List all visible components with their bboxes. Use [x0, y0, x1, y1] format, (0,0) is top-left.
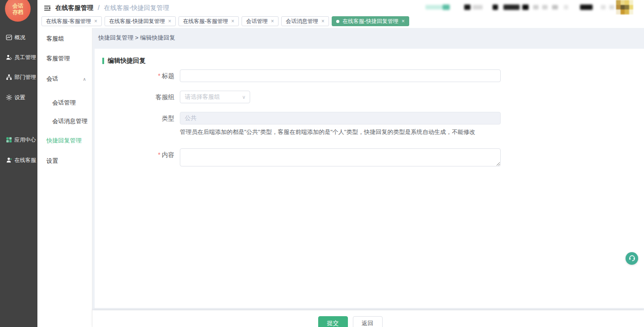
agent-group-select[interactable]: 请选择客服组 ∨: [180, 91, 250, 103]
form-action-bar: 提交 返回: [92, 310, 644, 327]
breadcrumb-current: 在线客服-快捷回复管理: [104, 4, 169, 11]
tab-close-icon[interactable]: ×: [402, 18, 405, 24]
menu-item-settings[interactable]: 设置: [37, 154, 92, 168]
redacted-item: [425, 5, 443, 9]
menu-item-sessions[interactable]: 会话 ∧: [37, 72, 92, 86]
edit-quick-reply-card: 编辑快捷回复 *标题 客服组 请选择客服组 ∨: [95, 49, 644, 308]
breadcrumb-root[interactable]: 在线客服管理: [55, 4, 93, 11]
employees-icon: [6, 54, 12, 60]
content-label: *内容: [95, 148, 180, 168]
app-logo[interactable]: 会话 存档: [5, 0, 31, 22]
active-tab-dot: [336, 20, 339, 23]
sidebar-item-online-service[interactable]: 在线客服: [0, 153, 37, 167]
redacted-item: [443, 5, 450, 10]
sidebar-item-label: 设置: [14, 94, 25, 101]
tab-label: 会话消息管理: [286, 18, 318, 25]
redacted-item: [493, 5, 498, 10]
redacted-item: [503, 5, 520, 10]
tab-close-icon[interactable]: ×: [94, 18, 97, 24]
section-title-accent-bar: [102, 58, 104, 64]
sidebar-item-label: 在线客服: [14, 157, 36, 164]
tab-label: 在线客服-快捷回复管理: [343, 18, 398, 25]
menu-item-label: 设置: [46, 157, 58, 165]
menu-item-session-message-mgmt[interactable]: 会话消息管理: [37, 115, 92, 128]
redacted-item: [464, 5, 470, 10]
back-button[interactable]: 返回: [353, 316, 383, 327]
sidebar-item-overview[interactable]: 概况: [0, 31, 37, 44]
settings-gear-icon: [6, 94, 12, 101]
form-row-title: *标题: [95, 69, 644, 82]
open-tabs-bar: 在线客服-客服管理 × 在线客服-快捷回复管理 × 在线客服-客服管理 × 会话…: [37, 16, 644, 28]
tab-online-service-agent-mgmt-2[interactable]: 在线客服-客服管理 ×: [178, 16, 239, 26]
type-label: 类型: [95, 112, 180, 136]
menu-item-label: 会话: [46, 75, 58, 83]
sidebar-item-employees[interactable]: 员工管理: [0, 51, 37, 64]
form-row-content: *内容: [95, 148, 644, 168]
sidebar-item-departments[interactable]: 部门管理: [0, 70, 37, 84]
sidebar-item-label: 应用中心: [14, 136, 36, 144]
tab-close-icon[interactable]: ×: [168, 18, 171, 24]
chevron-up-icon: ∧: [83, 77, 86, 82]
menu-item-label: 会话消息管理: [52, 117, 87, 125]
agent-group-label: 客服组: [95, 91, 180, 103]
primary-sidebar: 会话 存档 概况 员工管理 部门管理 设置 应用中心 在: [0, 0, 37, 327]
form-row-type: 类型 管理员在后端添加的都是"公共"类型，客服在前端添加的是"个人"类型，快捷回…: [95, 112, 644, 136]
tab-session-mgmt[interactable]: 会话管理 ×: [242, 16, 279, 26]
redacted-item: [601, 5, 606, 9]
submit-button[interactable]: 提交: [318, 316, 348, 327]
content-textarea[interactable]: [180, 148, 501, 166]
tab-close-icon[interactable]: ×: [231, 18, 234, 24]
redacted-item: [609, 5, 614, 9]
menu-item-session-mgmt[interactable]: 会话管理: [37, 96, 92, 110]
breadcrumb: 在线客服管理 / 在线客服-快捷回复管理: [55, 4, 169, 12]
menu-item-agent-groups[interactable]: 客服组: [37, 32, 92, 46]
customer-service-float-button[interactable]: [626, 252, 638, 265]
collapse-menu-icon[interactable]: [43, 4, 51, 12]
logo-line1: 会话: [13, 3, 23, 9]
redacted-item: [564, 5, 568, 9]
menu-item-label: 快捷回复管理: [46, 137, 82, 145]
section-title: 编辑快捷回复: [102, 57, 146, 65]
redacted-item: [552, 5, 558, 9]
sidebar-item-label: 概况: [14, 34, 25, 41]
departments-icon: [6, 74, 12, 80]
secondary-sidebar: 客服组 客服管理 会话 ∧ 会话管理 会话消息管理 快捷回复管理 设置: [37, 28, 92, 327]
tab-quick-reply-mgmt-1[interactable]: 在线客服-快捷回复管理 ×: [105, 16, 176, 26]
user-avatar[interactable]: [616, 0, 633, 14]
tab-quick-reply-mgmt-active[interactable]: 在线客服-快捷回复管理 ×: [332, 16, 409, 26]
menu-item-label: 客服组: [46, 35, 64, 43]
online-service-icon: [6, 157, 12, 163]
tab-close-icon[interactable]: ×: [271, 18, 274, 24]
top-header: 在线客服管理 / 在线客服-快捷回复管理: [37, 0, 644, 16]
type-help-text: 管理员在后端添加的都是"公共"类型，客服在前端添加的是"个人"类型，快捷回复的类…: [180, 128, 501, 136]
title-input[interactable]: [180, 69, 501, 82]
sidebar-item-label: 员工管理: [14, 54, 36, 61]
tab-label: 在线客服-快捷回复管理: [109, 18, 165, 25]
sidebar-item-label: 部门管理: [14, 74, 36, 81]
page-breadcrumb: 快捷回复管理 > 编辑快捷回复: [98, 34, 175, 42]
breadcrumb-separator: /: [98, 4, 100, 11]
redacted-header-content: [425, 5, 614, 10]
logo-line2: 存档: [13, 9, 23, 15]
tab-close-icon[interactable]: ×: [321, 18, 324, 24]
redacted-item: [580, 5, 593, 10]
menu-item-quick-reply-mgmt[interactable]: 快捷回复管理: [37, 134, 92, 147]
tab-session-message-mgmt[interactable]: 会话消息管理 ×: [281, 16, 329, 26]
type-input-disabled: [180, 112, 501, 124]
sidebar-item-settings[interactable]: 设置: [0, 91, 37, 104]
required-mark: *: [158, 72, 160, 79]
menu-item-agent-mgmt[interactable]: 客服管理: [37, 52, 92, 65]
redacted-item: [522, 5, 529, 10]
tab-label: 在线客服-客服管理: [183, 18, 228, 25]
menu-item-label: 会话管理: [52, 99, 76, 107]
sidebar-item-app-center[interactable]: 应用中心: [0, 133, 37, 147]
section-title-text: 编辑快捷回复: [108, 57, 146, 65]
overview-chart-icon: [6, 34, 12, 41]
required-mark: *: [158, 151, 160, 158]
headset-icon: [628, 254, 636, 263]
select-placeholder: 请选择客服组: [185, 93, 220, 101]
redacted-item: [533, 5, 539, 9]
tab-online-service-agent-mgmt-1[interactable]: 在线客服-客服管理 ×: [41, 16, 102, 26]
tab-label: 会话管理: [246, 18, 268, 25]
quick-reply-form: *标题 客服组 请选择客服组 ∨: [95, 69, 644, 168]
